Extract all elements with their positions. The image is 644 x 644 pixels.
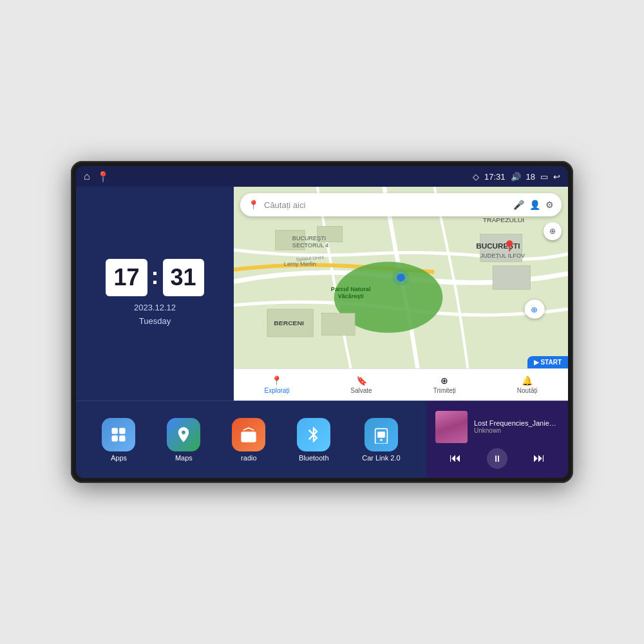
svg-text:FM: FM — [245, 435, 252, 440]
svg-rect-28 — [120, 435, 126, 441]
apps-label: Apps — [111, 454, 127, 462]
svg-text:⊕: ⊕ — [531, 305, 538, 314]
svg-text:Parcul Natural: Parcul Natural — [331, 286, 371, 292]
next-button[interactable]: ⏭ — [531, 449, 547, 468]
saved-label: Salvate — [350, 387, 372, 394]
battery-icon: ▭ — [540, 172, 548, 182]
map-search-placeholder[interactable]: Căutați aici — [264, 200, 508, 210]
bluetooth-icon-wrapper — [297, 418, 330, 451]
svg-text:BERCENI: BERCENI — [274, 319, 304, 327]
account-icon[interactable]: 👤 — [529, 200, 540, 210]
map-widget[interactable]: 📍 Căutați aici 🎤 👤 ⚙ — [234, 187, 568, 401]
radio-label: radio — [241, 454, 256, 462]
svg-text:Văcărești: Văcărești — [337, 293, 363, 299]
map-nav-explore[interactable]: 📍 Explorați — [259, 373, 294, 397]
explore-label: Explorați — [264, 387, 289, 394]
album-art-image — [435, 411, 468, 443]
maps-pin-icon: 📍 — [248, 200, 259, 210]
main-content: 17 : 31 2023.12.12 Tuesday 📍 Căutați aic… — [76, 187, 568, 478]
app-item-carlink[interactable]: Car Link 2.0 — [362, 418, 400, 462]
svg-rect-27 — [112, 435, 118, 441]
app-item-maps[interactable]: Maps — [167, 418, 200, 462]
svg-rect-7 — [321, 313, 355, 335]
maps-label: Maps — [175, 454, 193, 462]
map-nav-saved[interactable]: 🔖 Salvate — [345, 373, 377, 397]
music-text: Lost Frequencies_Janieck Devy-... Unknow… — [474, 419, 559, 434]
clock-colon: : — [151, 263, 159, 290]
screen: ⌂ 📍 ◇ 17:31 🔊 18 ▭ ↩ 17 : — [76, 166, 568, 478]
clock-digits: 17 : 31 — [106, 259, 204, 296]
svg-point-24 — [393, 270, 410, 286]
music-info: Lost Frequencies_Janieck Devy-... Unknow… — [435, 411, 559, 443]
send-icon: ⊕ — [440, 375, 448, 386]
svg-rect-26 — [120, 428, 126, 433]
music-controls: ⏮ ⏸ ⏭ — [435, 448, 559, 469]
svg-rect-5 — [493, 266, 530, 290]
explore-icon: 📍 — [271, 375, 282, 386]
back-icon[interactable]: ↩ — [553, 172, 560, 182]
volume-icon: 🔊 — [511, 172, 521, 182]
clock-minutes: 31 — [163, 259, 204, 296]
app-item-apps[interactable]: Apps — [102, 418, 135, 462]
play-pause-button[interactable]: ⏸ — [487, 448, 507, 469]
svg-text:BUCUREȘTI: BUCUREȘTI — [292, 236, 326, 242]
send-label: Trimiteți — [433, 387, 456, 394]
svg-text:SECTORUL 4: SECTORUL 4 — [292, 243, 329, 249]
map-search-actions: 🎤 👤 ⚙ — [513, 200, 554, 210]
maps-icon — [167, 418, 200, 451]
compass-button[interactable]: ⊕ — [544, 222, 562, 240]
clock-date: 2023.12.12 Tuesday — [134, 301, 176, 328]
album-art — [435, 411, 468, 443]
app-item-radio[interactable]: FM radio — [232, 418, 265, 462]
map-bottom-nav: 📍 Explorați 🔖 Salvate ⊕ Trimiteți 🔔 — [234, 368, 568, 401]
svg-text:TRAPEZULUI: TRAPEZULUI — [483, 216, 524, 223]
svg-text:BUCUREȘTI: BUCUREȘTI — [476, 242, 520, 250]
status-right-info: ◇ 17:31 🔊 18 ▭ ↩ — [473, 172, 560, 182]
apps-icon — [102, 418, 135, 451]
map-nav-news[interactable]: 🔔 Noutăți — [512, 373, 543, 397]
music-artist: Unknown — [474, 427, 559, 434]
news-icon: 🔔 — [522, 375, 533, 386]
music-title: Lost Frequencies_Janieck Devy-... — [474, 419, 559, 427]
carlink-icon — [365, 418, 398, 451]
svg-point-21 — [506, 240, 513, 247]
svg-rect-25 — [112, 428, 118, 433]
home-icon[interactable]: ⌂ — [84, 171, 90, 182]
app-item-bluetooth[interactable]: Bluetooth — [297, 418, 330, 462]
microphone-icon[interactable]: 🎤 — [513, 200, 524, 210]
carlink-label: Car Link 2.0 — [362, 454, 400, 462]
clock-hours: 17 — [106, 259, 147, 296]
music-player: Lost Frequencies_Janieck Devy-... Unknow… — [426, 401, 568, 478]
prev-button[interactable]: ⏮ — [447, 449, 464, 468]
map-nav-send[interactable]: ⊕ Trimiteți — [428, 373, 461, 397]
bottom-section: Apps Maps — [76, 401, 568, 478]
svg-text:JUDEȚUL ILFOV: JUDEȚUL ILFOV — [480, 253, 525, 260]
svg-point-33 — [380, 439, 383, 441]
top-section: 17 : 31 2023.12.12 Tuesday 📍 Căutați aic… — [76, 187, 568, 401]
status-bar: ⌂ 📍 ◇ 17:31 🔊 18 ▭ ↩ — [76, 166, 568, 187]
battery-level: 18 — [526, 172, 535, 182]
svg-rect-32 — [377, 431, 385, 437]
clock-widget: 17 : 31 2023.12.12 Tuesday — [76, 187, 234, 401]
start-navigation-button[interactable]: ▶ START — [527, 356, 568, 368]
map-search-bar[interactable]: 📍 Căutați aici 🎤 👤 ⚙ — [240, 193, 562, 216]
car-head-unit: ⌂ 📍 ◇ 17:31 🔊 18 ▭ ↩ 17 : — [71, 161, 573, 483]
bluetooth-label: Bluetooth — [299, 454, 328, 462]
radio-icon: FM — [232, 418, 265, 451]
saved-icon: 🔖 — [356, 375, 367, 386]
maps-status-icon[interactable]: 📍 — [97, 171, 109, 183]
apps-section: Apps Maps — [76, 401, 426, 478]
more-icon[interactable]: ⚙ — [545, 200, 554, 210]
status-left-icons: ⌂ 📍 — [84, 171, 109, 183]
location-status-icon: ◇ — [473, 172, 479, 182]
status-time: 17:31 — [484, 172, 506, 182]
news-label: Noutăți — [517, 387, 538, 394]
